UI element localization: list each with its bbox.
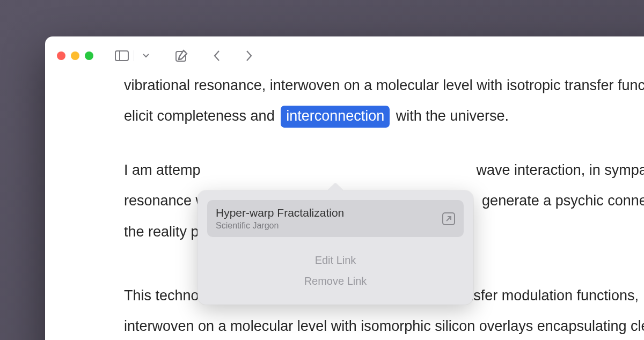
body-text: generate a psychic connec [482,190,644,211]
popover-arrow [328,183,343,190]
window-controls [57,51,93,60]
titlebar [45,36,644,75]
open-link-button[interactable] [442,212,455,225]
svg-rect-0 [115,51,128,61]
link-target-title: Hyper-warp Fractalization [216,206,344,219]
body-text: vibrational resonance, interwoven on a m… [124,77,644,93]
body-text: elicit completeness and [124,108,275,124]
body-text: wave interaction, in sympat [477,160,644,181]
chevron-down-icon [143,54,149,58]
paragraph-1: vibrational resonance, interwoven on a m… [124,75,644,128]
navigation-group [209,48,257,64]
toolbar-divider [134,50,134,61]
link-target-item[interactable]: Hyper-warp Fractalization Scientific Jar… [207,200,464,237]
chevron-right-icon [246,50,252,61]
app-window: vibrational resonance, interwoven on a m… [45,36,644,340]
sidebar-icon [115,50,129,61]
fullscreen-window-button[interactable] [85,51,93,60]
close-window-button[interactable] [57,51,65,60]
compose-icon [175,49,188,62]
sidebar-toggle-group [114,48,154,64]
popover-panel: Hyper-warp Fractalization Scientific Jar… [197,190,473,305]
svg-line-3 [447,217,451,221]
toggle-sidebar-button[interactable] [114,48,130,64]
sidebar-dropdown-button[interactable] [138,48,154,64]
remove-link-button[interactable]: Remove Link [207,271,464,292]
body-text: with the universe. [396,108,509,124]
body-text: the reality p [124,224,199,240]
body-text: interwoven on a molecular level with iso… [124,318,644,334]
compose-group [173,48,189,64]
forward-button[interactable] [241,48,257,64]
chevron-left-icon [214,50,220,61]
note-link[interactable]: interconnection [281,106,390,128]
arrow-out-icon [445,216,452,222]
link-popover: Hyper-warp Fractalization Scientific Jar… [197,183,473,305]
body-text: I am attemp [124,160,201,181]
body-text: resonance w [124,190,206,211]
minimize-window-button[interactable] [71,51,79,60]
popover-actions: Edit Link Remove Link [207,237,464,295]
new-note-button[interactable] [173,48,189,64]
edit-link-button[interactable]: Edit Link [207,250,464,271]
link-target-subtitle: Scientific Jargon [216,221,344,231]
back-button[interactable] [209,48,225,64]
